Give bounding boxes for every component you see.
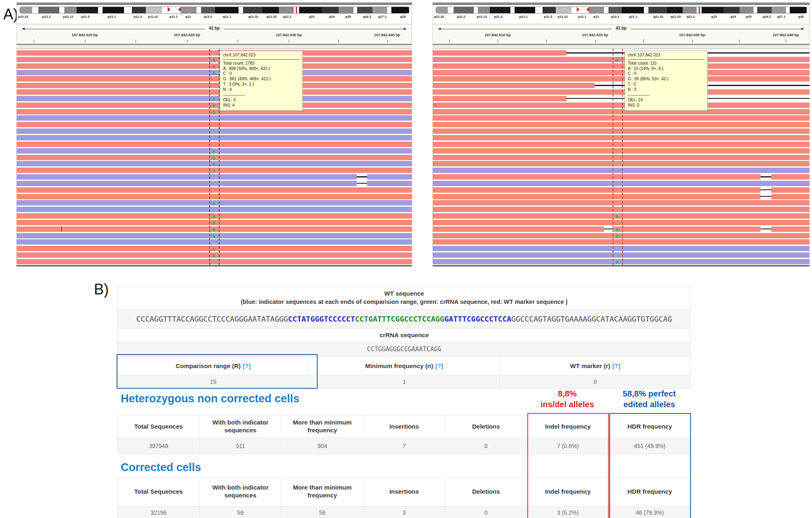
cytoband	[702, 7, 723, 13]
cytoband-label: p22.2	[42, 15, 51, 19]
ruler-tick	[739, 40, 739, 43]
cytoband-label: p11.1	[578, 15, 586, 19]
cytoband	[753, 7, 757, 13]
cytoband-label: p22.12	[477, 15, 487, 19]
read-row	[433, 76, 810, 82]
cytoband	[648, 7, 667, 13]
parameter-value-cell: 1	[309, 375, 500, 388]
coverage-popup: chrX:107.842.023Total count: 110A : 15 (…	[625, 51, 708, 111]
cytoband-label: p21.3	[81, 15, 89, 19]
panel-a-label: A)	[3, 6, 18, 23]
cytoband	[683, 7, 697, 13]
cytoband	[454, 7, 474, 13]
insertion-marker-icon	[212, 71, 215, 75]
cytoband	[59, 7, 64, 13]
stats-value-cell: 3	[363, 506, 445, 518]
wt-sequence-legend: (blue: indicator sequences at each ends …	[118, 297, 690, 305]
cytoband	[162, 7, 168, 13]
read-row	[433, 174, 810, 180]
cytoband	[644, 7, 648, 13]
track-divider	[433, 44, 810, 49]
cytoband-label: q27.1	[777, 15, 785, 19]
read-row	[16, 220, 412, 225]
chromosome-ideogram[interactable]: p22.32p22.2p22.12p21.3p21.1p11.3p11.22p1…	[16, 5, 412, 24]
cytoband	[353, 7, 357, 13]
insertion-marker-icon	[615, 234, 619, 238]
help-link[interactable]: [?]	[612, 362, 620, 369]
read-row	[433, 200, 810, 205]
cytoband-label: p11.3	[544, 15, 552, 19]
read-row	[433, 83, 810, 88]
help-link[interactable]: [?]	[243, 362, 250, 369]
chromosome-ideogram[interactable]: p22.32p22.2p22.12p21.3p21.1p11.3p11.22p1…	[433, 5, 810, 24]
current-locus-marker-icon	[699, 7, 700, 14]
stats-header-cell: Insertions	[363, 477, 445, 506]
ruler-span-label: 41 bp	[205, 26, 224, 30]
stats-header-cell: With both indicator sequences	[200, 477, 282, 506]
read-row	[16, 96, 412, 101]
cytoband-label: q21.31	[248, 15, 258, 19]
parameter-value-cell: 0	[500, 375, 690, 388]
ruler-tick	[692, 40, 693, 43]
read-row	[16, 187, 412, 193]
read-row	[433, 89, 810, 95]
read-row	[16, 207, 412, 212]
cytoband	[279, 7, 294, 13]
reads-track[interactable]: chrX:107.842.023Total count: 110A : 15 (…	[433, 49, 810, 266]
ruler-coordinate-label: 107.842.010 bp	[484, 33, 511, 37]
popup-line: N : 0	[628, 87, 704, 93]
stats-value-cell: 0	[445, 506, 527, 518]
deletion-gap	[761, 193, 771, 200]
read-row	[433, 194, 810, 199]
cytoband	[103, 7, 124, 13]
read-row	[433, 135, 810, 140]
cytoband	[786, 7, 790, 13]
cytoband	[448, 7, 454, 13]
stats-value-cell: 32156	[118, 506, 200, 518]
popup-line: INS: 0	[628, 103, 704, 108]
annotation-hdr-line1: 58,8% perfect	[608, 388, 690, 399]
cytoband-label: p11.1	[169, 15, 178, 19]
locus-ruler[interactable]: 41 bp107.842.010 bp107.842.020 bp107.842…	[16, 24, 412, 44]
popup-line: T : 0	[628, 82, 704, 87]
sequence-segment: CCTGATTTCGGCCCTCCAGG	[355, 315, 445, 323]
sequence-segment: CCCAGGTTTACCAGGCCTCCCAGGGAATATAGGG	[136, 315, 288, 323]
cytoband-label: p11.22	[558, 15, 568, 19]
reads-track[interactable]: chrX:107.842.023Total count: 1783A : 899…	[16, 49, 412, 266]
cytoband	[181, 7, 197, 13]
locus-marker-icon	[697, 7, 702, 13]
deletion-gap	[761, 187, 771, 193]
insertion-site-guide	[613, 49, 613, 265]
cytoband	[790, 7, 807, 13]
ruler-tick	[85, 40, 85, 43]
ruler-tick	[238, 40, 238, 43]
cytoband-label: p22.2	[457, 15, 465, 19]
stats-header-cell: HDR frequency	[609, 477, 690, 506]
read-row	[433, 259, 810, 264]
read-row	[16, 213, 412, 219]
annotation-indel-alleles: 8,8% ins/del alleles	[526, 388, 608, 410]
stats-header-cell: Indel frequency	[527, 415, 609, 438]
insertion-marker-icon	[212, 221, 215, 224]
help-link[interactable]: [?]	[435, 362, 443, 369]
cytoband	[757, 7, 772, 13]
read-row	[16, 155, 412, 160]
parameters-value-row: 1510	[118, 375, 690, 388]
read-row	[16, 83, 412, 88]
cytoband	[622, 7, 644, 13]
read-row	[16, 226, 412, 232]
cytoband	[197, 7, 201, 13]
cytoband	[739, 7, 753, 13]
popup-line: ----------------	[628, 93, 704, 98]
insertion-site-guide	[622, 49, 623, 265]
popup-line: Total count: 110	[628, 61, 704, 66]
read-row	[433, 220, 810, 225]
cytoband-label: q25	[345, 15, 351, 19]
read-row	[16, 142, 412, 147]
cytoband	[535, 7, 543, 13]
cytoband	[32, 7, 38, 13]
read-row	[433, 148, 810, 154]
locus-ruler[interactable]: 41 bp107.842.010 bp107.842.020 bp107.842…	[433, 24, 810, 44]
cytoband	[474, 7, 478, 13]
figure-canvas: { "panel_a": { "label": "A)", "colors": …	[0, 0, 812, 518]
